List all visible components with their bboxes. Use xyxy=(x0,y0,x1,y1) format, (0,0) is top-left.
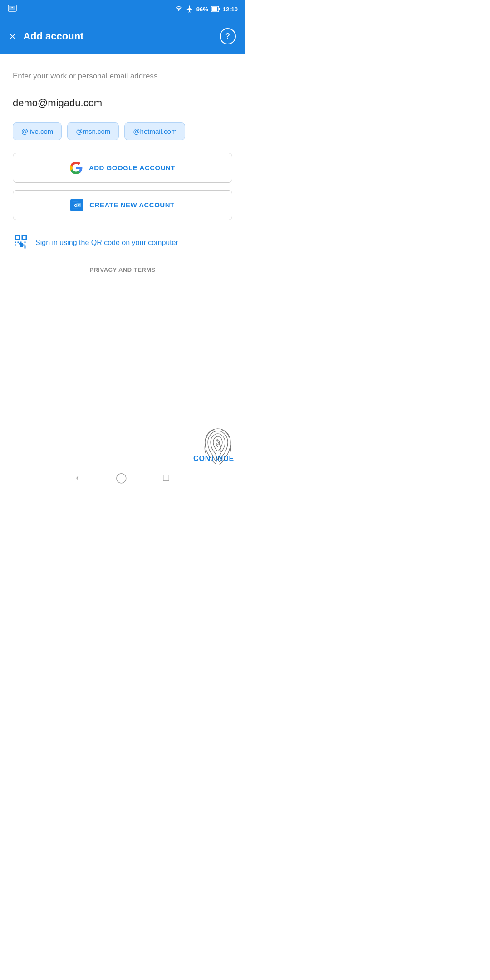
svg-rect-3 xyxy=(219,8,220,10)
chip-hotmail[interactable]: @hotmail.com xyxy=(124,122,185,140)
home-nav-icon[interactable]: ◯ xyxy=(116,472,127,484)
battery-icon xyxy=(211,6,220,12)
help-button[interactable]: ? xyxy=(220,28,236,44)
left-status-icon xyxy=(7,3,17,15)
battery-text: 96% xyxy=(196,6,208,13)
email-input-wrapper xyxy=(13,94,232,113)
create-account-button[interactable]: O ✉ CREATE NEW ACCOUNT xyxy=(13,190,232,220)
chips-row: @live.com @msn.com @hotmail.com xyxy=(13,122,232,140)
main-content: Enter your work or personal email addres… xyxy=(0,54,245,287)
continue-button[interactable]: CONTINUE xyxy=(193,455,234,463)
status-icons: 96% 12:10 xyxy=(175,5,238,13)
qr-icon xyxy=(13,233,29,253)
airplane-icon xyxy=(186,5,194,13)
svg-rect-4 xyxy=(211,7,217,11)
app-bar: × Add account ? xyxy=(0,18,245,54)
form-subtitle: Enter your work or personal email addres… xyxy=(13,71,232,82)
status-bar: 96% 12:10 xyxy=(0,0,245,18)
add-google-button[interactable]: ADD GOOGLE ACCOUNT xyxy=(13,153,232,183)
back-nav-icon[interactable]: ‹ xyxy=(76,472,79,484)
recents-nav-icon[interactable]: □ xyxy=(163,472,169,484)
close-button[interactable]: × xyxy=(9,30,16,42)
bottom-bar: CONTINUE xyxy=(0,455,245,463)
page-title: Add account xyxy=(23,30,212,42)
chip-live[interactable]: @live.com xyxy=(13,122,62,140)
create-account-label: CREATE NEW ACCOUNT xyxy=(89,201,174,209)
wifi-icon xyxy=(175,5,183,13)
navigation-bar: ‹ ◯ □ xyxy=(0,465,245,490)
chip-msn[interactable]: @msn.com xyxy=(67,122,119,140)
email-input[interactable] xyxy=(13,94,232,113)
svg-point-10 xyxy=(216,441,220,444)
svg-text:✉: ✉ xyxy=(78,203,80,206)
outlook-icon: O ✉ xyxy=(70,199,83,211)
add-google-label: ADD GOOGLE ACCOUNT xyxy=(89,164,175,172)
google-logo xyxy=(70,162,83,174)
qr-link-text: Sign in using the QR code on your comput… xyxy=(35,239,178,247)
privacy-terms[interactable]: PRIVACY AND TERMS xyxy=(13,262,232,278)
time-display: 12:10 xyxy=(223,6,238,13)
qr-sign-in-row[interactable]: Sign in using the QR code on your comput… xyxy=(13,227,232,262)
